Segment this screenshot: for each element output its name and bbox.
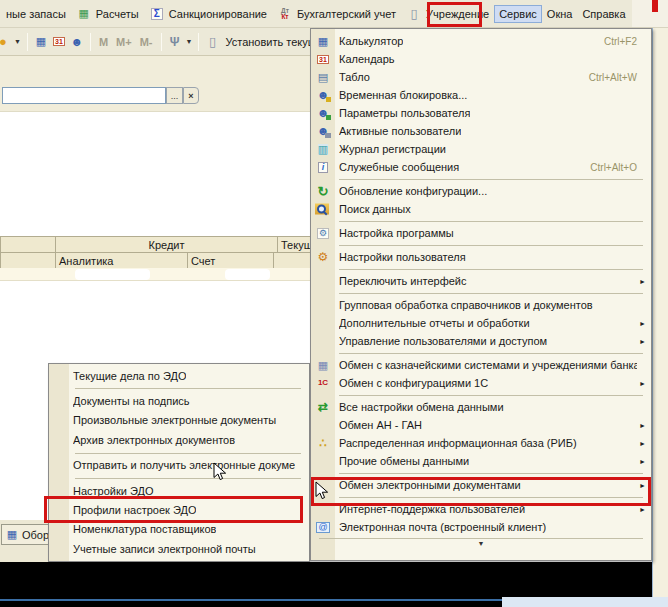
memory-m-plus-button[interactable]: M+	[112, 36, 136, 48]
menu-separator	[75, 388, 301, 389]
dt-kt-icon	[277, 7, 293, 21]
calculator-button[interactable]	[32, 33, 50, 51]
menu-separator	[339, 269, 643, 270]
menu-separator	[75, 478, 301, 479]
wrench-button[interactable]	[166, 33, 184, 51]
set-current-icon-button[interactable]	[203, 33, 221, 51]
submenu-item-email-accounts[interactable]: Учетные записи электронной почты	[49, 539, 309, 558]
table-header: Кредит Текущ Аналитика Счет	[0, 236, 310, 268]
menu-item-service-messages[interactable]: Служебные сообщенияCtrl+Alt+O	[311, 158, 651, 176]
menu-item-temp-block[interactable]: Временная блокировка...	[311, 86, 651, 104]
print-dropdown-icon[interactable]	[0, 33, 12, 51]
user-icon	[69, 35, 85, 49]
menu-separator	[339, 353, 643, 354]
menu-item-config-update[interactable]: Обновление конфигурации...	[311, 182, 651, 200]
table-icon	[4, 528, 20, 542]
menu-item-email-client[interactable]: Электронная почта (встроенный клиент)	[311, 518, 651, 536]
memory-m-minus-button[interactable]: M-	[136, 36, 157, 48]
menu-item-batch-processing[interactable]: Групповая обработка справочников и докум…	[311, 296, 651, 314]
journal-icon	[315, 142, 331, 156]
user-button[interactable]	[68, 33, 86, 51]
menu-item-additional-reports[interactable]: Дополнительные отчеты и обработки	[311, 314, 651, 332]
table-header-analytics: Аналитика	[55, 253, 187, 269]
annotation-fragment	[652, 0, 658, 12]
titlebar-fragment	[632, 0, 668, 27]
table-green-icon	[76, 7, 92, 21]
dropdown-arrow-icon[interactable]: ▼	[186, 38, 193, 45]
menu-scroll-down-arrow[interactable]: ▼	[319, 538, 643, 548]
filter-input[interactable]	[2, 87, 166, 104]
document-icon	[204, 35, 220, 49]
toolbar-separator	[161, 33, 162, 51]
submenu-item-docs-archive[interactable]: Архив электронных документов	[49, 430, 309, 449]
submenu-item-edo-profiles[interactable]: Профили настроек ЭДО	[49, 500, 309, 519]
menu-item-user-access-management[interactable]: Управление пользователями и доступом	[311, 332, 651, 350]
menu-item-other-exchanges[interactable]: Прочие обмены данными	[311, 452, 651, 470]
menu-item-registration-log[interactable]: Журнал регистрации	[311, 140, 651, 158]
ellipsis-button[interactable]: ...	[166, 87, 183, 104]
menu-item-calculator[interactable]: КалькуляторCtrl+F2	[311, 32, 651, 50]
menubar-item-accounting[interactable]: Бухгалтерский учет	[272, 4, 401, 24]
submenu-item-edo-settings[interactable]: Настройки ЭДО	[49, 481, 309, 500]
menu-item-program-settings[interactable]: Настройка программы	[311, 224, 651, 242]
network-nodes-icon	[315, 436, 331, 450]
menu-item-edo-exchange[interactable]: Обмен электронными документами	[311, 476, 651, 494]
table-row[interactable]	[0, 268, 310, 281]
search-icon	[315, 204, 329, 215]
menu-bar: ные запасы Расчеты Санкционирование Бухг…	[0, 0, 668, 28]
menubar-item-inventory[interactable]: ные запасы	[1, 5, 71, 23]
menu-item-user-params[interactable]: Параметры пользователя	[311, 104, 651, 122]
menu-item-1c-exchange[interactable]: Обмен с конфигурациями 1С	[311, 374, 651, 392]
menu-item-user-settings[interactable]: Настройки пользователя	[311, 248, 651, 266]
submenu-item-edo-current-tasks[interactable]: Текущие дела по ЭДО	[49, 366, 309, 385]
toolbar-separator	[198, 33, 199, 51]
taskbar-blue-line	[0, 599, 502, 601]
submenu-item-docs-to-sign[interactable]: Документы на подпись	[49, 391, 309, 410]
redacted-smudge	[75, 269, 150, 280]
menubar-item-sanctioning[interactable]: Санкционирование	[144, 4, 272, 24]
menu-item-data-search[interactable]: Поиск данных	[311, 200, 651, 218]
menu-item-distributed-infobase[interactable]: Распределенная информационная база (РИБ)	[311, 434, 651, 452]
menubar-item-institution[interactable]: Учреждение	[401, 4, 494, 24]
clear-button[interactable]: ×	[183, 87, 199, 104]
toolbar-separator	[27, 33, 28, 51]
table-header-current: Текущ	[277, 237, 310, 253]
active-users-icon	[315, 124, 331, 138]
menubar-item-service[interactable]: Сервис	[494, 5, 542, 23]
menu-separator	[339, 497, 643, 498]
submenu-item-arbitrary-docs[interactable]: Произвольные электронные документы	[49, 411, 309, 430]
info-icon	[315, 160, 331, 174]
table-header-account: Счет	[187, 253, 273, 269]
menubar-item-windows[interactable]: Окна	[542, 5, 578, 23]
calculator-icon	[33, 35, 49, 49]
menubar-item-help[interactable]: Справка	[577, 5, 630, 23]
menu-separator	[339, 473, 643, 474]
table-body-area	[0, 281, 310, 363]
program-settings-icon	[315, 226, 331, 240]
menu-item-switch-interface[interactable]: Переключить интерфейс	[311, 272, 651, 290]
submenu-item-supplier-nomenclature[interactable]: Номенклатура поставщиков	[49, 520, 309, 539]
edo-submenu: Текущие дела по ЭДО Документы на подпись…	[48, 363, 310, 562]
exchange-icon	[315, 400, 331, 414]
calendar-button[interactable]	[50, 33, 68, 51]
memory-m-button[interactable]: M	[95, 36, 112, 48]
email-icon	[315, 520, 331, 534]
menu-separator	[339, 221, 643, 222]
menu-item-internet-support[interactable]: Интернет-поддержка пользователей	[311, 500, 651, 518]
submenu-item-send-receive[interactable]: Отправить и получить электронные докумен…	[49, 456, 309, 475]
document-icon	[406, 7, 422, 21]
menu-item-all-exchange-settings[interactable]: Все настройки обмена данными	[311, 398, 651, 416]
dropdown-arrow-icon[interactable]: ▼	[14, 38, 21, 45]
menu-separator	[339, 245, 643, 246]
menu-separator	[339, 179, 643, 180]
menu-item-treasury-exchange[interactable]: Обмен с казначейскими системами и учрежд…	[311, 356, 651, 374]
menu-item-tablo[interactable]: ТаблоCtrl+Alt+W	[311, 68, 651, 86]
service-menu: КалькуляторCtrl+F2 Календарь ТаблоCtrl+A…	[310, 28, 652, 561]
menu-item-an-gan-exchange[interactable]: Обмен АН - ГАН	[311, 416, 651, 434]
circle-icon	[0, 35, 11, 49]
toolbar-separator	[90, 33, 91, 51]
menu-item-calendar[interactable]: Календарь	[311, 50, 651, 68]
treasury-exchange-icon	[315, 358, 331, 372]
menubar-item-settlements[interactable]: Расчеты	[71, 4, 144, 24]
menu-item-active-users[interactable]: Активные пользователи	[311, 122, 651, 140]
